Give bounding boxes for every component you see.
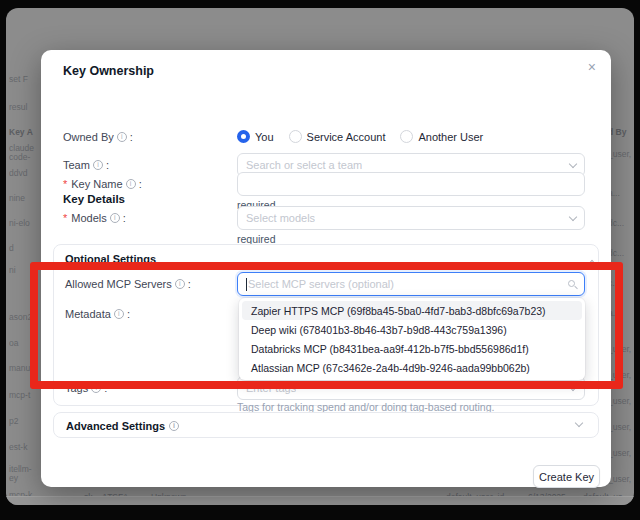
label-colon: : [123, 212, 126, 224]
bg-fragment: resul [9, 102, 27, 112]
owned-by-label: Owned By i : [63, 131, 133, 143]
allowed-mcp-label-text: Allowed MCP Servers [65, 278, 172, 290]
required-asterisk: * [63, 178, 67, 190]
bg-fragment: p2 [9, 416, 18, 426]
tags-label-text: Tags [65, 382, 88, 394]
info-icon: i [93, 160, 103, 170]
team-placeholder: Search or select a team [246, 159, 362, 171]
allowed-mcp-label: Allowed MCP Servers i : [65, 278, 191, 290]
mcp-servers-dropdown: Zapier HTTPS MCP (69f8ba45-5ba0-4fd7-bab… [239, 298, 585, 380]
radio-unselected-icon[interactable] [400, 130, 413, 143]
bg-column-header: Key A [9, 127, 33, 137]
info-icon: i [91, 383, 101, 393]
chevron-down-icon [569, 212, 577, 220]
info-icon: i [175, 279, 185, 289]
bg-fragment: ni-elo [9, 218, 30, 228]
bg-fragment: _user, [608, 370, 631, 380]
info-icon: i [126, 179, 136, 189]
radio-you-label: You [255, 131, 274, 143]
metadata-label-text: Metadata [65, 308, 111, 320]
owned-by-label-text: Owned By [63, 131, 114, 143]
key-name-label: * Key Name i : [63, 178, 142, 190]
bg-fragment: set F [9, 74, 28, 84]
close-icon[interactable]: × [588, 60, 596, 74]
models-label: * Models i : [63, 212, 126, 224]
radio-service-account-label: Service Account [307, 131, 386, 143]
modal-title: Key Ownership [63, 64, 154, 78]
mcp-servers-input[interactable]: Select MCP servers (optional) [237, 272, 585, 296]
mcp-servers-placeholder: Select MCP servers (optional) [248, 278, 394, 290]
key-details-header: Key Details [63, 193, 125, 205]
advanced-settings-label-text: Advanced Settings [66, 420, 165, 432]
advanced-settings-header[interactable]: Advanced Settings i [66, 420, 179, 432]
radio-another-user[interactable]: Another User [400, 130, 483, 143]
radio-you[interactable]: You [237, 130, 274, 143]
label-colon: : [188, 278, 191, 290]
info-icon: i [110, 213, 120, 223]
create-key-modal: Key Ownership × Owned By i : You Service… [41, 50, 611, 487]
dimmed-app-window: set F resul Key A claude code- ddvd nine… [6, 8, 634, 505]
radio-selected-icon[interactable] [237, 130, 250, 143]
text-cursor [246, 278, 247, 291]
bg-fragment: ddvd [9, 168, 27, 178]
team-label-text: Team [63, 159, 90, 171]
bg-fragment: est-k [9, 442, 27, 452]
bg-fragment: ey [9, 473, 18, 483]
bg-fragment: d [9, 243, 14, 253]
models-label-text: Models [71, 212, 106, 224]
bg-fragment: manu [9, 363, 30, 373]
models-placeholder: Select models [246, 212, 315, 224]
bg-fragment: nine [9, 193, 25, 203]
bg-fragment: _user, [608, 149, 631, 159]
chevron-down-icon [569, 159, 577, 167]
chevron-down-icon[interactable] [575, 419, 583, 427]
team-label: Team i : [63, 159, 109, 171]
bg-fragment: ason2 [9, 312, 32, 322]
bg-fragment: _user, [608, 422, 631, 432]
dropdown-option-zapier[interactable]: Zapier HTTPS MCP (69f8ba45-5ba0-4fd7-bab… [242, 301, 582, 320]
key-name-label-text: Key Name [71, 178, 122, 190]
owned-by-radio-group: You Service Account Another User [237, 130, 483, 143]
info-icon: i [169, 421, 179, 431]
bg-fragment: code- [9, 152, 30, 162]
advanced-settings-card[interactable]: Advanced Settings i [53, 412, 599, 438]
tags-placeholder: Enter tags [246, 382, 296, 394]
label-colon: : [139, 178, 142, 190]
bg-fragment: _user, [608, 474, 631, 484]
label-colon: : [127, 308, 130, 320]
models-select[interactable]: Select models [237, 206, 585, 230]
label-colon: : [130, 131, 133, 143]
chevron-down-icon [569, 382, 577, 390]
search-icon [568, 280, 576, 288]
create-key-button[interactable]: Create Key [533, 465, 600, 488]
bg-fragment: _user, [608, 344, 631, 354]
bg-table-footer [6, 496, 634, 505]
bg-fragment: _user, [608, 448, 631, 458]
radio-unselected-icon[interactable] [289, 130, 302, 143]
metadata-label: Metadata i : [65, 308, 130, 320]
bg-fragment: mcp-t [9, 390, 30, 400]
bg-fragment: ni [9, 265, 16, 275]
dropdown-option-databricks[interactable]: Databricks MCP (b8431bea-aa9f-412b-b7f5-… [242, 339, 582, 358]
optional-settings-header-text: Optional Settings [65, 253, 156, 265]
required-asterisk: * [63, 212, 67, 224]
tags-label: Tags i : [65, 382, 107, 394]
key-name-input[interactable] [237, 172, 585, 196]
dropdown-option-deep-wiki[interactable]: Deep wiki (678401b3-8b46-43b7-b9d8-443c7… [242, 320, 582, 339]
label-colon: : [106, 159, 109, 171]
radio-another-user-label: Another User [418, 131, 483, 143]
info-icon: i [117, 132, 127, 142]
bg-fragment: oa [9, 338, 18, 348]
radio-service-account[interactable]: Service Account [289, 130, 386, 143]
dropdown-option-atlassian[interactable]: Atlassian MCP (67c3462e-2a4b-4d9b-9246-a… [242, 358, 582, 377]
label-colon: : [104, 382, 107, 394]
info-icon: i [114, 309, 124, 319]
optional-settings-header[interactable]: Optional Settings [65, 253, 156, 265]
bg-fragment: _user, [608, 396, 631, 406]
